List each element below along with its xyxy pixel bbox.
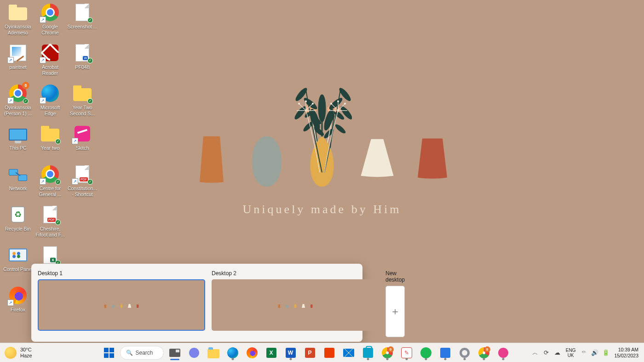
svg-point-36 (331, 103, 332, 104)
desktop-icon-chrome-profile[interactable]: 0 ✓ ↗ Oyinkansola (Person 1) ... (2, 83, 34, 123)
desktop-icon-year-two-second[interactable]: ✓ Year Two Second S... (66, 83, 98, 123)
new-virtual-desktop[interactable]: New desktop ＋ (385, 270, 405, 337)
edge-button[interactable] (224, 345, 241, 361)
chrome-profile2-button[interactable]: 0 (476, 345, 492, 361)
mail-button[interactable] (340, 345, 357, 361)
word-button[interactable]: W (282, 345, 299, 361)
virtual-desktop-2[interactable]: Desktop 2 (212, 270, 379, 337)
icon-label: Acrobat Reader (34, 64, 66, 76)
excel-button[interactable]: X (263, 345, 280, 361)
powerpoint-button[interactable]: P (302, 345, 318, 361)
shortcut-overlay-icon: ↗ (7, 97, 14, 104)
desktop-icon-microsoft-edge[interactable]: ↗ Microsoft Edge (34, 83, 66, 123)
taskbar-weather[interactable]: 30°C Haze (0, 347, 97, 359)
desktop-icon-acrobat-reader[interactable]: ↗ Acrobat Reader (34, 42, 66, 83)
sync-badge-icon: ✓ (55, 220, 61, 225)
task-view-button[interactable] (167, 345, 183, 361)
svg-rect-42 (278, 304, 280, 308)
icon-label: Microsoft Edge (34, 105, 66, 117)
language-indicator[interactable]: ENG UK (566, 348, 576, 358)
settings-button[interactable] (456, 345, 473, 361)
desktop-icon-control-panel[interactable]: Control Panel (2, 244, 34, 285)
count-badge: 0 (388, 346, 394, 352)
file-explorer-icon (207, 349, 219, 358)
desktop-icon-user-folder[interactable]: Oyinkansola Ademeso (2, 2, 34, 42)
desktop-icon-constitution[interactable]: PDF✓↗ Constitution... - Shortcut (66, 164, 98, 204)
phone-link-button[interactable] (437, 345, 454, 361)
svg-rect-41 (137, 304, 138, 307)
desktop-icon-cheshire-pdf[interactable]: PDF✓ Cheshire, Fifoot and F... (34, 204, 66, 244)
chat-button[interactable] (186, 345, 202, 361)
icon-label: PF048 (75, 64, 90, 70)
file-explorer-button[interactable] (205, 345, 222, 361)
sync-badge-icon: ✓ (55, 139, 61, 144)
icon-label: Year Two Second S... (67, 105, 98, 117)
taskbar-search[interactable]: 🔍 Search (120, 346, 164, 360)
icon-label: paintnet (9, 64, 26, 70)
wifi-icon[interactable]: ⌔ (580, 349, 587, 356)
chrome-button[interactable]: 0 (379, 345, 396, 361)
icon-label: Constitution... - Shortcut (67, 186, 98, 198)
onedrive-icon[interactable]: ⟳ (543, 349, 550, 356)
desktop-icon-year-two[interactable]: ✓ Year two (34, 123, 66, 164)
sync-badge-icon: ✓ (87, 58, 93, 63)
quick-settings[interactable]: ⌔ 🔊 🔋 (580, 349, 610, 356)
sync-badge-icon: ✓ (55, 179, 61, 185)
task-view-popup: Desktop 1 Desktop 2 (31, 264, 362, 342)
battery-icon[interactable]: 🔋 (602, 349, 610, 356)
volume-icon[interactable]: 🔊 (591, 349, 598, 356)
desktop-icon-recycle-bin[interactable]: Recycle Bin (2, 204, 34, 244)
sync-badge-icon: ✓ (23, 98, 29, 104)
shortcut-overlay-icon: ↗ (40, 17, 46, 23)
icon-label: Network (9, 186, 27, 192)
desktop-icon-skitch[interactable]: ↗ Skitch (66, 123, 98, 164)
firefox-button[interactable] (244, 345, 260, 361)
search-label: Search (136, 350, 153, 356)
sync-badge-icon: ✓ (87, 17, 93, 23)
recycle-bin-icon (11, 206, 25, 223)
spotify-button[interactable] (418, 345, 434, 361)
taskbar-center: 🔍 Search X W P 0 0 (97, 345, 515, 361)
taskbar-clock[interactable]: 10:39 AM 15/02/2023 (614, 347, 638, 358)
windows-logo-icon (104, 348, 114, 358)
desktop-icon-paintnet[interactable]: ↗ paintnet (2, 42, 34, 83)
clock-time: 10:39 AM (614, 347, 638, 352)
desktop-icon-google-chrome[interactable]: ↗ Google Chrome (34, 2, 66, 42)
firefox-icon (247, 347, 258, 358)
chevron-up-icon[interactable]: ︿ (532, 349, 539, 356)
icon-label: Recycle Bin (5, 226, 30, 232)
virtual-desktop-1[interactable]: Desktop 1 (38, 270, 205, 337)
lang-top: ENG (566, 348, 576, 353)
pink-app-icon (498, 348, 508, 358)
store-button[interactable] (360, 345, 376, 361)
desktop-icon-network[interactable]: Network (2, 164, 34, 204)
wallpaper-tagline: Uniquely made by Him (193, 203, 451, 216)
virtual-desktop-label: New desktop (385, 270, 405, 283)
icon-label: Firefox (11, 307, 25, 313)
virtual-desktop-thumb[interactable] (38, 279, 205, 331)
start-button[interactable] (101, 345, 117, 361)
desktop-icon-screenshot[interactable]: ✓ Screenshot ... (66, 2, 98, 42)
excel-file-icon (43, 246, 57, 264)
virtual-desktop-thumb[interactable] (212, 279, 379, 331)
desktop-icon-firefox[interactable]: ↗ Firefox (2, 285, 34, 325)
shortcut-overlay-icon: ↗ (7, 300, 14, 306)
system-tray[interactable]: ︿ ⟳ ☁ (532, 349, 561, 356)
icon-label: Cheshire, Fifoot and F... (34, 226, 66, 238)
cloud-icon[interactable]: ☁ (554, 349, 561, 356)
new-desktop-button[interactable]: ＋ (385, 286, 405, 337)
lang-bottom: UK (566, 353, 576, 358)
desktop-icon-pf048[interactable]: W✓ PF048 (66, 42, 98, 83)
desktop-icon-centre-for-general[interactable]: ✓↗ Centre for General ... (34, 164, 66, 204)
spotify-icon (420, 347, 431, 358)
word-icon: W (286, 348, 296, 358)
snip-button[interactable] (398, 345, 415, 361)
mail-icon (343, 349, 354, 357)
icon-label: Google Chrome (34, 24, 66, 36)
desktop-icon-this-pc[interactable]: This PC (2, 123, 34, 164)
pink-app-button[interactable] (495, 345, 512, 361)
icon-label: Centre for General ... (34, 186, 66, 198)
virtual-desktop-label: Desktop 2 (212, 270, 379, 277)
network-icon (9, 169, 27, 181)
office-button[interactable] (321, 345, 338, 361)
